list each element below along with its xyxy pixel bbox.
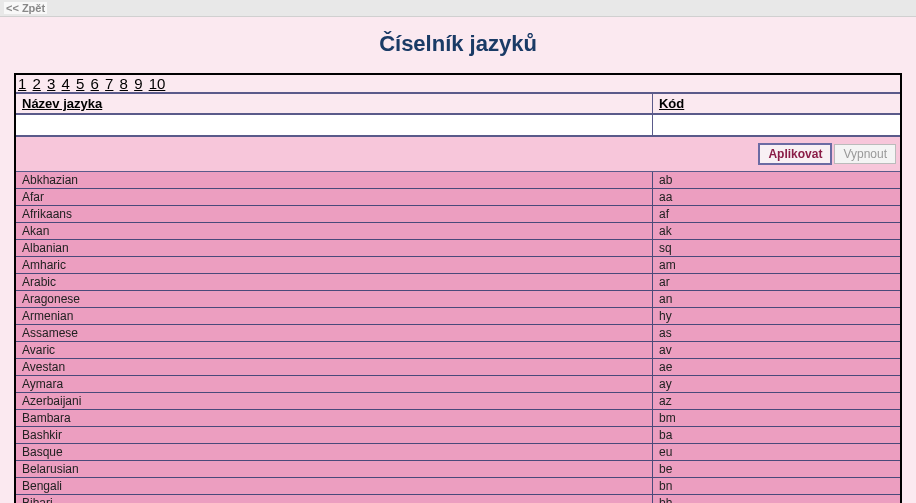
table-row[interactable]: Amharicam [16,257,900,274]
table-row[interactable]: Avaricav [16,342,900,359]
cell-code: bm [652,410,900,427]
sort-code-link[interactable]: Kód [659,96,684,111]
filter-row [16,114,900,136]
cell-name: Abkhazian [16,172,652,189]
header-name[interactable]: Název jazyka [16,93,652,114]
filter-name-input[interactable] [16,115,652,135]
table-row[interactable]: Basqueeu [16,444,900,461]
cell-code: bh [652,495,900,504]
cell-code: aa [652,189,900,206]
table-row[interactable]: Bambarabm [16,410,900,427]
cell-code: am [652,257,900,274]
pager-link[interactable]: 9 [134,75,142,92]
table-row[interactable]: Aragonesean [16,291,900,308]
cell-name: Basque [16,444,652,461]
off-button: Vypnout [834,144,896,164]
pager-link[interactable]: 6 [91,75,99,92]
table-row[interactable]: Bengalibn [16,478,900,495]
header-row: Název jazyka Kód [16,93,900,114]
table-row[interactable]: Assameseas [16,325,900,342]
cell-code: an [652,291,900,308]
cell-name: Bambara [16,410,652,427]
cell-name: Avaric [16,342,652,359]
table-row[interactable]: Afaraa [16,189,900,206]
cell-code: ak [652,223,900,240]
table-row[interactable]: Aymaraay [16,376,900,393]
cell-name: Azerbaijani [16,393,652,410]
table-row[interactable]: Azerbaijaniaz [16,393,900,410]
cell-name: Belarusian [16,461,652,478]
page-title: Číselník jazyků [14,31,902,57]
cell-code: sq [652,240,900,257]
cell-code: ae [652,359,900,376]
cell-name: Armenian [16,308,652,325]
table-row[interactable]: Arabicar [16,274,900,291]
table-row[interactable]: Akanak [16,223,900,240]
pager-link[interactable]: 1 [18,75,26,92]
top-bar: << Zpět [0,0,916,17]
filter-code-input[interactable] [653,115,900,135]
cell-code: av [652,342,900,359]
cell-code: be [652,461,900,478]
pager-link[interactable]: 8 [120,75,128,92]
cell-code: eu [652,444,900,461]
cell-code: ay [652,376,900,393]
cell-name: Afar [16,189,652,206]
pager-top: 1 2 3 4 5 6 7 8 9 10 [16,75,900,92]
table-row[interactable]: Avestanae [16,359,900,376]
cell-name: Bihari [16,495,652,504]
cell-name: Akan [16,223,652,240]
cell-name: Aragonese [16,291,652,308]
table-row[interactable]: Bashkirba [16,427,900,444]
back-link[interactable]: << Zpět [4,2,47,14]
pager-link[interactable]: 4 [62,75,70,92]
table-row[interactable]: Belarusianbe [16,461,900,478]
cell-name: Arabic [16,274,652,291]
data-grid: 1 2 3 4 5 6 7 8 9 10 Název jazyka Kód Ap… [14,73,902,503]
cell-name: Bengali [16,478,652,495]
cell-code: as [652,325,900,342]
cell-name: Assamese [16,325,652,342]
cell-code: az [652,393,900,410]
cell-name: Amharic [16,257,652,274]
cell-code: af [652,206,900,223]
cell-code: ba [652,427,900,444]
pager-link[interactable]: 2 [33,75,41,92]
pager-link[interactable]: 7 [105,75,113,92]
sort-name-link[interactable]: Název jazyka [22,96,102,111]
cell-name: Bashkir [16,427,652,444]
cell-code: ar [652,274,900,291]
table-row[interactable]: Armenianhy [16,308,900,325]
actions-row: AplikovatVypnout [16,136,900,172]
languages-table: Název jazyka Kód AplikovatVypnout Abkhaz… [16,92,900,503]
cell-code: ab [652,172,900,189]
pager-link[interactable]: 3 [47,75,55,92]
page-body: Číselník jazyků 1 2 3 4 5 6 7 8 9 10 Náz… [0,17,916,503]
pager-link[interactable]: 5 [76,75,84,92]
cell-code: hy [652,308,900,325]
cell-code: bn [652,478,900,495]
table-row[interactable]: Biharibh [16,495,900,504]
header-code[interactable]: Kód [652,93,900,114]
table-row[interactable]: Albaniansq [16,240,900,257]
cell-name: Albanian [16,240,652,257]
cell-name: Afrikaans [16,206,652,223]
apply-button[interactable]: Aplikovat [758,143,832,165]
pager-link[interactable]: 10 [149,75,166,92]
cell-name: Avestan [16,359,652,376]
cell-name: Aymara [16,376,652,393]
table-row[interactable]: Afrikaansaf [16,206,900,223]
table-row[interactable]: Abkhazianab [16,172,900,189]
